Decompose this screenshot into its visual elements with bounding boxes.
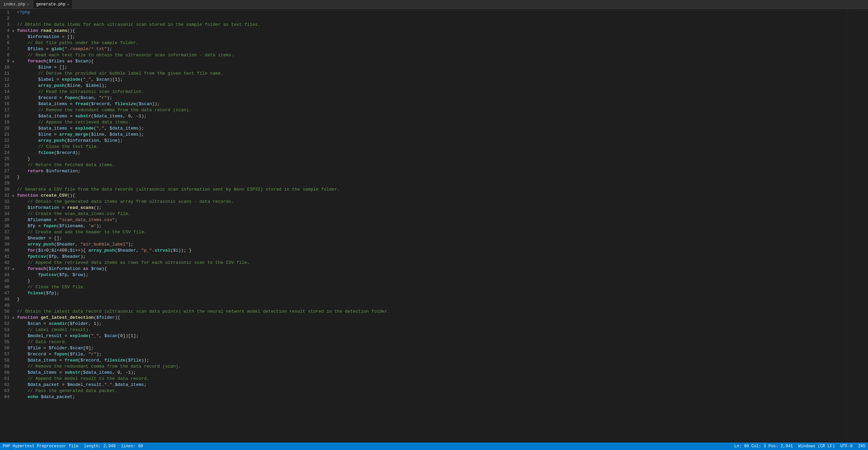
code-content: } xyxy=(17,174,848,180)
fold-button[interactable]: ▼ xyxy=(12,267,17,271)
no-fold-button xyxy=(12,102,17,106)
code-content: for($i=0;$i<400;$i++){ array_push($heade… xyxy=(17,248,848,254)
tab-generate-label: generate.php xyxy=(36,2,65,7)
code-content: // Read each text file to obtain the ult… xyxy=(17,52,848,58)
line-number: 12 xyxy=(0,77,9,83)
no-fold-button xyxy=(12,151,17,155)
no-fold-button xyxy=(12,71,17,76)
no-fold-button xyxy=(12,126,17,131)
code-line: $label = explode("_", $scan)[1]; xyxy=(12,77,848,83)
code-content: <?php xyxy=(17,9,848,16)
code-line: $data_items = substr($data_items, 0, -1)… xyxy=(12,370,848,376)
code-line: $data_items = fread($record, filesize($s… xyxy=(12,101,848,107)
line-number: 41 xyxy=(0,254,9,260)
tab-index-label: index.php xyxy=(3,2,25,7)
line-number: 11 xyxy=(0,71,9,77)
line-number: 17 xyxy=(0,107,9,113)
no-fold-button xyxy=(12,157,17,161)
code-line: // Append the model result to the data r… xyxy=(12,376,848,382)
no-fold-button xyxy=(12,16,17,21)
line-number: 54 xyxy=(0,333,9,339)
code-content: array_push($line, $label); xyxy=(17,83,848,89)
no-fold-button xyxy=(12,132,17,137)
line-number: 59 xyxy=(0,364,9,370)
no-fold-button xyxy=(12,358,17,363)
code-content: // Close the text file. xyxy=(17,144,848,150)
code-content: // Obtain the data items for each ultras… xyxy=(17,22,848,28)
code-line: $data_items = substr($data_items, 0, -1)… xyxy=(12,113,848,119)
line-number: 29 xyxy=(0,180,9,187)
code-line: // Derive the provided air bubble label … xyxy=(12,71,848,77)
line-number: 55 xyxy=(0,339,9,345)
code-content: $information = read_scans(); xyxy=(17,205,848,211)
line-number: 63 xyxy=(0,388,9,394)
line-number: 8 xyxy=(0,52,9,58)
line-number: 21 xyxy=(0,132,9,138)
line-number: 50 xyxy=(0,309,9,315)
line-number: 62 xyxy=(0,382,9,388)
no-fold-button xyxy=(12,230,17,235)
no-fold-button xyxy=(12,53,17,58)
no-fold-button xyxy=(12,65,17,70)
code-line: // Label (model result). xyxy=(12,327,848,333)
line-number: 40 xyxy=(0,248,9,254)
fold-button[interactable]: ▼ xyxy=(12,315,17,320)
no-fold-button xyxy=(12,242,17,247)
no-fold-button xyxy=(12,297,17,302)
no-fold-button xyxy=(12,41,17,45)
line-number: 2 xyxy=(0,16,9,22)
code-content: } xyxy=(17,278,848,284)
line-number: 42 xyxy=(0,260,9,266)
no-fold-button xyxy=(12,181,17,186)
code-area[interactable]: <?php // Obtain the data items for each … xyxy=(12,9,848,443)
no-fold-button xyxy=(12,96,17,100)
code-content: // Return the fetched data items. xyxy=(17,162,848,168)
no-fold-button xyxy=(12,352,17,357)
code-content: // Data record. xyxy=(17,339,848,345)
no-fold-button xyxy=(12,83,17,88)
line-number: 35 xyxy=(0,217,9,223)
no-fold-button xyxy=(12,236,17,241)
tab-index-php[interactable]: index.php ✕ xyxy=(0,0,33,8)
code-line: fputcsv($fp, $header); xyxy=(12,254,848,260)
tab-generate-close[interactable]: ✕ xyxy=(67,2,69,6)
no-fold-button xyxy=(12,370,17,375)
code-line: $record = fopen($scan, "r"); xyxy=(12,95,848,101)
no-fold-button xyxy=(12,273,17,277)
fold-button[interactable]: ▼ xyxy=(12,193,17,198)
code-line: $line = array_merge($line, $data_items); xyxy=(12,132,848,138)
status-position: Ln: 80 Col: 3 Pos: 2,941 xyxy=(734,444,793,449)
line-number: 28 xyxy=(0,174,9,180)
code-content: // Append the retrieved data items as ro… xyxy=(17,260,848,266)
code-line: fclose($record); xyxy=(12,150,848,156)
line-number: 32 xyxy=(0,199,9,205)
no-fold-button xyxy=(12,279,17,283)
no-fold-button xyxy=(12,10,17,15)
fold-button[interactable]: ▼ xyxy=(12,59,17,64)
line-number: 7 xyxy=(0,46,9,52)
line-number: 60 xyxy=(0,370,9,376)
tab-bar: index.php ✕ generate.php ✕ xyxy=(0,0,868,9)
line-number: 45 xyxy=(0,278,9,284)
code-line: $header = []; xyxy=(12,235,848,241)
code-content: // Append the retrieved data items. xyxy=(17,119,848,125)
code-line: $fp = fopen($filename, 'w'); xyxy=(12,223,848,229)
code-content: $line = array_merge($line, $data_items); xyxy=(17,132,848,138)
code-line: // Get file paths under the sample folde… xyxy=(12,40,848,46)
code-line: $record = fopen($file, "r"); xyxy=(12,351,848,357)
no-fold-button xyxy=(12,206,17,210)
code-line: // Data record. xyxy=(12,339,848,345)
no-fold-button xyxy=(12,138,17,143)
code-content: // Label (model result). xyxy=(17,327,848,333)
code-content: // Pass the generated data packet. xyxy=(17,388,848,394)
tab-index-close[interactable]: ✕ xyxy=(27,2,29,6)
no-fold-button xyxy=(12,383,17,387)
fold-button[interactable]: ▼ xyxy=(12,28,17,33)
line-number: 61 xyxy=(0,376,9,382)
line-number: 10 xyxy=(0,64,9,71)
status-language: PHP Hypertext Preprocessor file xyxy=(3,444,78,449)
tab-generate-php[interactable]: generate.php ✕ xyxy=(33,0,73,8)
code-line: return $information; xyxy=(12,168,848,174)
code-line: $data_items = fread($record, filesize($f… xyxy=(12,357,848,364)
line-number: 34 xyxy=(0,211,9,217)
